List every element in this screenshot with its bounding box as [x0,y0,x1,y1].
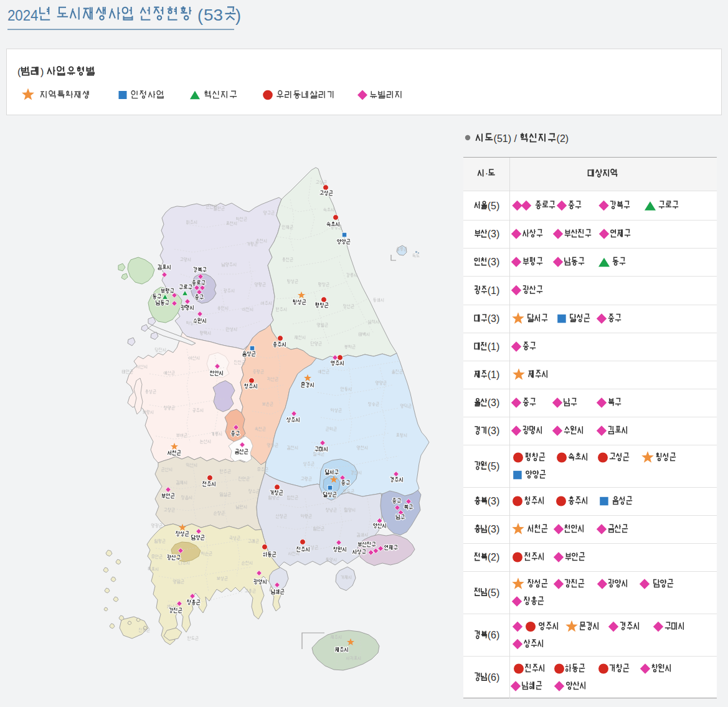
svg-text:·: · [485,168,488,179]
svg-text:(5): (5) [488,201,500,211]
svg-text:(5): (5) [488,461,500,472]
svg-text:(6): (6) [488,630,500,640]
svg-text:(1): (1) [488,341,500,352]
svg-text:(3): (3) [488,313,500,324]
svg-text:(: ( [197,6,203,25]
svg-text:(3): (3) [488,496,500,506]
svg-text:2024: 2024 [7,7,39,24]
svg-text:(51) /: (51) / [494,133,518,144]
svg-text:(: ( [17,67,21,77]
svg-text:(3): (3) [488,397,500,408]
svg-text:(2): (2) [557,133,569,144]
svg-text:(3): (3) [488,425,500,436]
svg-text:(1): (1) [488,285,500,296]
svg-text:(6): (6) [488,672,500,683]
svg-text:): ) [235,6,241,25]
svg-text:(3): (3) [488,524,500,534]
svg-text:(3): (3) [488,229,500,239]
svg-text:(5): (5) [488,587,500,598]
svg-text:(3): (3) [488,257,500,267]
svg-text:(2): (2) [488,552,500,562]
svg-text:53: 53 [204,6,223,24]
svg-text:(1): (1) [488,369,500,380]
svg-text:): ) [40,67,44,77]
